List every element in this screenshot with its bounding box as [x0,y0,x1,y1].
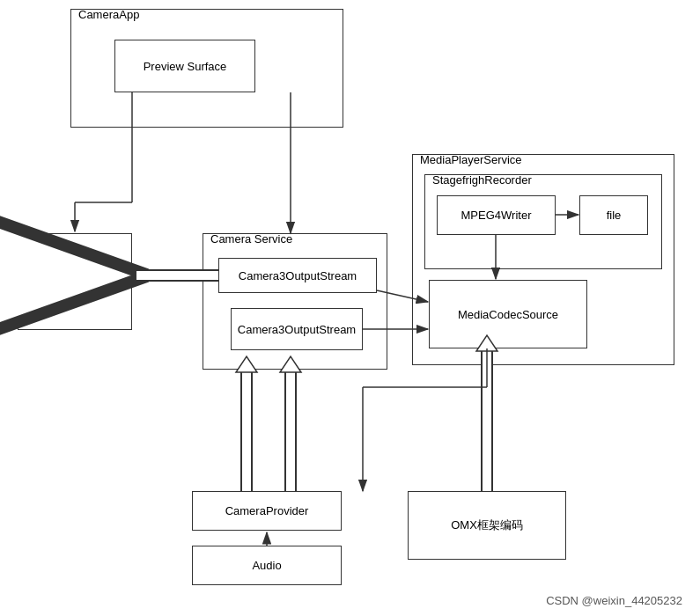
watermark: CSDN @weixin_44205232 [546,594,682,607]
omx-box: OMX框架编码 [408,491,566,560]
camera3outputstream1-box: Camera3OutputStream [218,258,377,293]
diagram: CameraApp Preview Surface SurfaceFlinger… [0,0,700,616]
mpeg4writer-box: MPEG4Writer [437,195,556,235]
mediacodec-source-label: MediaCodecSource [458,308,558,321]
surface-flinger-box: SurfaceFlinger [18,233,132,330]
preview-surface-box: Preview Surface [114,40,255,92]
preview-surface-label: Preview Surface [144,60,227,73]
file-label: file [607,209,622,222]
mediacodec-source-box: MediaCodecSource [429,280,587,348]
camera-service-label: Camera Service [210,232,292,246]
audio-box: Audio [192,546,342,585]
camera-provider-box: CameraProvider [192,491,342,531]
camera3outputstream1-label: Camera3OutputStream [239,269,357,282]
camera3outputstream2-label: Camera3OutputStream [238,323,356,336]
audio-label: Audio [252,559,281,572]
mpeg4writer-label: MPEG4Writer [461,209,532,222]
stagefright-label: StagefrighRecorder [432,173,532,187]
surface-flinger-label: SurfaceFlinger [38,275,113,289]
cameraapp-label: CameraApp [78,8,139,21]
omx-label: OMX框架编码 [451,517,523,533]
mediaplayerservice-label: MediaPlayerService [420,153,522,166]
file-box: file [579,195,648,235]
camera-provider-label: CameraProvider [225,504,309,517]
camera3outputstream2-box: Camera3OutputStream [231,308,363,350]
